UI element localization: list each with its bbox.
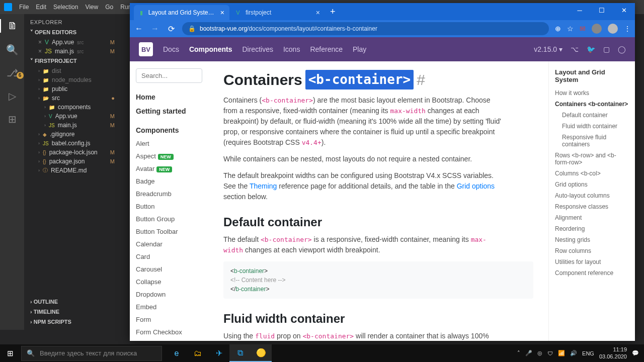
profile-avatar[interactable]	[592, 24, 602, 34]
sidebar-item[interactable]: Button	[136, 200, 202, 213]
toc-item[interactable]: Utilities for layout	[555, 256, 629, 267]
profile-avatar-2[interactable]	[608, 24, 618, 34]
gmail-icon[interactable]: ✉	[580, 25, 586, 33]
close-icon[interactable]: ×	[316, 9, 320, 17]
toc-item[interactable]: Responsive fluid containers	[555, 132, 629, 150]
search-input[interactable]	[136, 68, 202, 83]
edge-icon[interactable]: e	[166, 344, 187, 362]
sidebar-item[interactable]: Button Group	[136, 213, 202, 225]
editor-app-vue[interactable]: × V App.vue srcM	[24, 38, 121, 47]
toc-item[interactable]: Default container	[555, 110, 629, 121]
telegram-icon[interactable]: ✈	[208, 344, 229, 362]
grid-options-link[interactable]: Grid options	[457, 182, 495, 190]
toc-item[interactable]: Alignment	[555, 212, 629, 223]
tree-item[interactable]: › {} package.jsonM	[24, 157, 121, 166]
tree-item[interactable]: › JS babel.config.js	[24, 139, 121, 148]
tray-defender-icon[interactable]: 🛡	[547, 350, 553, 356]
tree-item[interactable]: › 📁 node_modules	[24, 75, 121, 84]
source-control-icon[interactable]: ⎇6	[7, 67, 18, 79]
sidebar-item[interactable]: Embed	[136, 301, 202, 313]
nav-directives[interactable]: Directives	[242, 45, 273, 53]
toc-item[interactable]: Component reference	[555, 267, 629, 279]
discord-icon[interactable]: ▢	[603, 45, 610, 53]
tab-bootstrap-vue[interactable]: ▮ Layout and Grid System | Compo ×	[134, 5, 229, 20]
chrome-taskbar-icon[interactable]: 🟡	[251, 344, 272, 362]
toc-item[interactable]: Rows <b-row> and <b-form-row>	[555, 150, 629, 168]
sidebar-home[interactable]: Home	[136, 90, 202, 104]
tray-clock[interactable]: 11:19 03.06.2020	[599, 346, 627, 359]
npm-scripts-section[interactable]: › NPM SCRIPTS	[24, 317, 121, 327]
sidebar-item[interactable]: Form	[136, 313, 202, 326]
debug-icon[interactable]: ▷	[9, 90, 16, 102]
tree-item[interactable]: › {} package-lock.jsonM	[24, 148, 121, 157]
tree-item[interactable]: › 📂 src●	[24, 94, 121, 103]
maximize-button[interactable]: ☐	[591, 3, 613, 17]
sidebar-item[interactable]: Alert	[136, 137, 202, 150]
bv-logo[interactable]: BV	[139, 42, 153, 56]
toc-item[interactable]: Row columns	[555, 245, 629, 256]
address-bar[interactable]: 🔒 bootstrap-vue.org/docs/components/layo…	[182, 22, 549, 35]
extensions-icon[interactable]: ⊞	[8, 113, 17, 125]
tree-item[interactable]: › 📁 dist	[24, 66, 121, 75]
toc-item[interactable]: Reordering	[555, 223, 629, 234]
explorer-icon[interactable]: 🗎	[0, 19, 24, 33]
nav-play[interactable]: Play	[353, 45, 366, 53]
toc-item[interactable]: How it works	[555, 87, 629, 99]
sidebar-item[interactable]: Carousel	[136, 263, 202, 276]
sidebar-getting-started[interactable]: Getting started	[136, 104, 202, 118]
project-section[interactable]: ˅ FIRSTPROJECT	[24, 56, 121, 66]
menu-selection[interactable]: Selection	[53, 4, 78, 11]
menu-file[interactable]: File	[19, 4, 29, 11]
twitter-icon[interactable]: 🐦	[587, 45, 595, 53]
file-explorer-icon[interactable]: 🗂	[187, 344, 208, 362]
sidebar-item[interactable]: Badge	[136, 175, 202, 188]
toc-item[interactable]: Responsive classes	[555, 201, 629, 212]
toc-item[interactable]: Grid options	[555, 179, 629, 190]
forward-icon[interactable]: →	[150, 24, 160, 33]
toc-item[interactable]: Columns <b-col>	[555, 168, 629, 179]
editor-main-js[interactable]: × JS main.js srcM	[24, 47, 121, 56]
bookmark-icon[interactable]: ☆	[567, 25, 574, 33]
sidebar-item[interactable]: Calendar	[136, 238, 202, 250]
tree-item[interactable]: › ◆ .gitignore	[24, 130, 121, 139]
toc-item[interactable]: Fluid width container	[555, 121, 629, 132]
menu-go[interactable]: Go	[105, 4, 113, 11]
nav-docs[interactable]: Docs	[163, 45, 179, 53]
tree-item[interactable]: › 📁 public	[24, 84, 121, 94]
outline-section[interactable]: › OUTLINE	[24, 297, 121, 307]
tray-mic-icon[interactable]: 🎤	[525, 350, 532, 356]
sidebar-item[interactable]: Breadcrumb	[136, 188, 202, 200]
new-tab-button[interactable]: +	[325, 7, 341, 17]
timeline-section[interactable]: › TIMELINE	[24, 307, 121, 317]
sidebar-item[interactable]: Form Checkbox	[136, 326, 202, 338]
version-dropdown[interactable]: v2.15.0 ▾	[534, 45, 562, 53]
sidebar-item[interactable]: Collapse	[136, 276, 202, 288]
reload-icon[interactable]: ⟳	[166, 24, 176, 34]
tray-chevron-icon[interactable]: ˄	[517, 350, 520, 356]
tab-firstproject[interactable]: V firstpoject ×	[229, 5, 325, 20]
anchor-icon[interactable]: #	[417, 68, 425, 91]
tray-lang[interactable]: ENG	[582, 350, 594, 356]
vscode-taskbar-icon[interactable]: ⧉	[229, 344, 251, 362]
tray-notifications-icon[interactable]: 💬	[632, 350, 639, 356]
back-icon[interactable]: ←	[134, 24, 144, 33]
toc-item[interactable]: Auto-layout columns	[555, 190, 629, 201]
search-icon[interactable]: 🔍	[6, 44, 19, 56]
close-icon[interactable]: ×	[220, 9, 224, 17]
menu-view[interactable]: View	[85, 4, 98, 11]
close-button[interactable]: ✕	[613, 3, 635, 17]
menu-icon[interactable]: ⋮	[624, 25, 631, 33]
tree-item[interactable]: › V App.vueM	[24, 112, 121, 121]
tree-item[interactable]: › JS main.jsM	[24, 121, 121, 130]
toc-item[interactable]: Containers <b-container>	[555, 99, 629, 110]
menu-edit[interactable]: Edit	[36, 4, 46, 11]
tree-item[interactable]: › ⓘ README.md	[24, 166, 121, 175]
nav-reference[interactable]: Reference	[310, 45, 343, 53]
open-editors-section[interactable]: ˅ OPEN EDITORS	[24, 27, 121, 38]
sidebar-item[interactable]: AvatarNEW	[136, 162, 202, 175]
sidebar-components[interactable]: Components	[136, 123, 202, 137]
tray-wifi-icon[interactable]: 📶	[558, 350, 565, 356]
sidebar-item[interactable]: Dropdown	[136, 288, 202, 301]
github-icon[interactable]: ⌥	[571, 45, 579, 53]
sidebar-item[interactable]: AspectNEW	[136, 150, 202, 162]
